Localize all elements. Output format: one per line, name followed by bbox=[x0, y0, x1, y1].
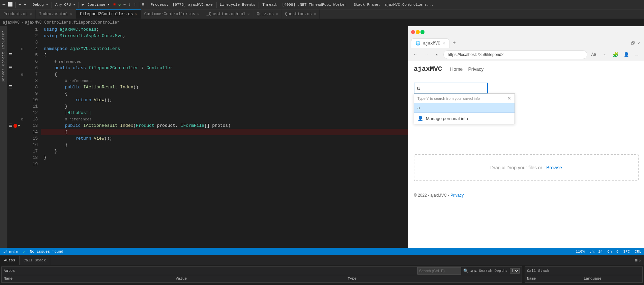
browser-restore-icon[interactable]: 🗗 bbox=[631, 41, 635, 46]
bp-13 bbox=[13, 116, 20, 122]
browser-settings-btn[interactable]: … bbox=[633, 50, 641, 59]
close-tab-quiz[interactable]: ✕ bbox=[276, 12, 278, 16]
nav-icon[interactable]: ⬜ bbox=[6, 1, 14, 8]
browser-address-input[interactable] bbox=[443, 50, 587, 59]
back-icon[interactable]: ⟵ bbox=[1, 1, 6, 8]
window-max-btn[interactable] bbox=[420, 30, 425, 34]
browser-active-tab[interactable]: 🌐 ajaxMVC ✕ bbox=[411, 38, 449, 48]
breadcrumb: ajaxMVC › ajaxMVC.Controllers.filepond2C… bbox=[0, 19, 644, 26]
float-panel-icon[interactable]: ⊟ bbox=[635, 258, 638, 263]
exp-11 bbox=[20, 103, 24, 110]
close-tab-question-cs[interactable]: ✕ bbox=[314, 12, 316, 16]
gutter-6 bbox=[7, 58, 13, 65]
exp-13: ⊟ bbox=[20, 116, 24, 122]
step-in-icon[interactable]: ↓ bbox=[127, 2, 132, 8]
autos-nav-left[interactable]: ◀ bbox=[470, 269, 473, 273]
exp-16 bbox=[20, 142, 24, 148]
browser-new-tab-btn[interactable]: + bbox=[449, 38, 459, 48]
browser-tab-favicon: 🌐 bbox=[415, 41, 420, 46]
tab-question-cshtml[interactable]: _Question.cshtml ✕ bbox=[203, 9, 254, 19]
gutter-12 bbox=[7, 110, 13, 116]
breadcrumb-ajaxmvc[interactable]: ajaxMVC bbox=[3, 20, 20, 25]
git-branch[interactable]: ⎇ main bbox=[3, 250, 18, 254]
browser-back-btn[interactable]: ← bbox=[411, 50, 420, 59]
separator-1 bbox=[16, 2, 16, 8]
close-autocomplete-btn[interactable]: ✕ bbox=[507, 96, 511, 101]
bp-6b bbox=[13, 65, 20, 71]
breadcrumb-sep-1: › bbox=[21, 20, 23, 25]
autos-tab[interactable]: Autos bbox=[0, 256, 20, 265]
browse-link[interactable]: Browse bbox=[546, 165, 562, 170]
tab-customer-controller[interactable]: CustomerController.cs ✕ bbox=[141, 9, 203, 19]
restart-icon[interactable]: ↻ bbox=[117, 1, 122, 8]
browser-close-win-icon[interactable]: ✕ bbox=[638, 41, 640, 46]
lifecycle-btn[interactable]: Lifecycle Events bbox=[218, 2, 258, 7]
debug-dropdown[interactable]: Debug ▾ bbox=[31, 2, 50, 7]
nav-home[interactable]: Home bbox=[450, 66, 463, 72]
main-area: Server Object Explorer ☰ ☰ ☰ ☰ bbox=[0, 26, 644, 248]
redo-icon[interactable]: ↪ bbox=[22, 1, 27, 8]
search-depth-select[interactable]: 123 bbox=[510, 268, 520, 274]
browser-favorites-btn[interactable]: ☆ bbox=[600, 50, 609, 59]
left-sidebar: Server Object Explorer bbox=[0, 26, 7, 248]
browser-chrome: 🌐 ajaxMVC ✕ + 🗗 ✕ ← → ↻ Aa ☆ 🧩 👤 bbox=[408, 26, 644, 61]
breadcrumb-controller[interactable]: ajaxMVC.Controllers.filepond2Controller bbox=[25, 20, 120, 25]
exp-4: ⊟ bbox=[20, 46, 24, 52]
thread-label: Thread: bbox=[260, 2, 280, 7]
nav-privacy[interactable]: Privacy bbox=[468, 66, 484, 72]
process-value[interactable]: [9776] ajaxMVC.exe bbox=[171, 2, 215, 7]
browser-read-mode-btn[interactable]: Aa bbox=[589, 50, 598, 59]
drag-drop-area[interactable]: Drag & Drop your files or Browse bbox=[414, 154, 639, 181]
code-line-13-ref: 0 references bbox=[41, 116, 408, 122]
browser-profile-btn[interactable]: 👤 bbox=[622, 50, 631, 59]
close-panel-icon[interactable]: ✕ bbox=[639, 258, 641, 263]
browser-forward-btn[interactable]: → bbox=[422, 50, 431, 59]
autocomplete-item-a[interactable]: a bbox=[414, 103, 515, 113]
autos-nav-right[interactable]: ▶ bbox=[475, 269, 477, 273]
tab-filepond2-controller[interactable]: filepond2Controller.cs ✕ bbox=[76, 9, 141, 19]
step-over-icon[interactable]: ↷ bbox=[122, 1, 127, 8]
close-tab-question-cshtml[interactable]: ✕ bbox=[247, 12, 250, 16]
manage-personal-info-btn[interactable]: 👤 Manage personal info bbox=[414, 113, 515, 124]
browser-refresh-btn[interactable]: ↻ bbox=[433, 50, 441, 59]
stop-icon[interactable]: ■ bbox=[112, 2, 117, 8]
browser-extensions-btn[interactable]: 🧩 bbox=[611, 50, 620, 59]
step-out-icon[interactable]: ↑ bbox=[133, 2, 138, 8]
ln-15: 15 bbox=[24, 135, 38, 142]
tab-product-cs[interactable]: Product.cs ✕ bbox=[0, 9, 36, 19]
close-tab-customer[interactable]: ✕ bbox=[197, 12, 200, 16]
call-stack-tab[interactable]: Call Stack bbox=[20, 256, 50, 265]
code-area[interactable]: using ajaxMVC.Models; using Microsoft.As… bbox=[41, 26, 408, 248]
misc-icon[interactable]: ⊞ bbox=[141, 1, 146, 8]
zoom-level[interactable]: 110% bbox=[576, 250, 584, 254]
ln-16: 16 bbox=[24, 142, 38, 148]
window-close-btn[interactable] bbox=[411, 30, 415, 34]
close-tab-filepond2[interactable]: ✕ bbox=[135, 12, 137, 17]
exp-8 bbox=[20, 78, 24, 84]
gutter-15 bbox=[7, 135, 13, 142]
autos-search-icon[interactable]: 🔍 bbox=[463, 268, 468, 274]
bp-17 bbox=[13, 142, 20, 148]
play-icon[interactable]: ▶ bbox=[80, 1, 85, 8]
close-tab-product-cs[interactable]: ✕ bbox=[30, 12, 32, 16]
thread-value[interactable]: [4098] .NET ThreadPool Worker bbox=[280, 2, 348, 7]
ln-7: 7 bbox=[24, 71, 38, 78]
code-line-17: } bbox=[41, 148, 408, 154]
footer-privacy-link[interactable]: Privacy bbox=[450, 193, 464, 198]
continue-btn[interactable]: Continue ▾ bbox=[86, 2, 112, 7]
tab-question-cs[interactable]: Question.cs ✕ bbox=[282, 9, 320, 19]
browser-tab-close[interactable]: ✕ bbox=[443, 41, 445, 46]
window-min-btn[interactable] bbox=[416, 30, 420, 34]
cpu-dropdown[interactable]: Any CPU ▾ bbox=[53, 2, 77, 7]
drag-drop-text: Drag & Drop your files or bbox=[490, 165, 542, 170]
autos-search-input[interactable] bbox=[417, 267, 461, 275]
close-tab-index-cshtml[interactable]: ✕ bbox=[70, 12, 72, 16]
tab-index-cshtml[interactable]: Index.cshtml ✕ bbox=[36, 9, 76, 19]
autos-title: Autos bbox=[4, 269, 15, 273]
ln-6b: 6 bbox=[24, 65, 38, 71]
code-line-6: public class filepond2Controller : Contr… bbox=[41, 65, 408, 71]
tab-quiz-cs[interactable]: Quiz.cs ✕ bbox=[253, 9, 282, 19]
undo-icon[interactable]: ↩ bbox=[17, 1, 22, 8]
search-input[interactable] bbox=[414, 83, 488, 93]
stack-frame-value[interactable]: ajaxMVC.Controllers... bbox=[382, 2, 435, 7]
